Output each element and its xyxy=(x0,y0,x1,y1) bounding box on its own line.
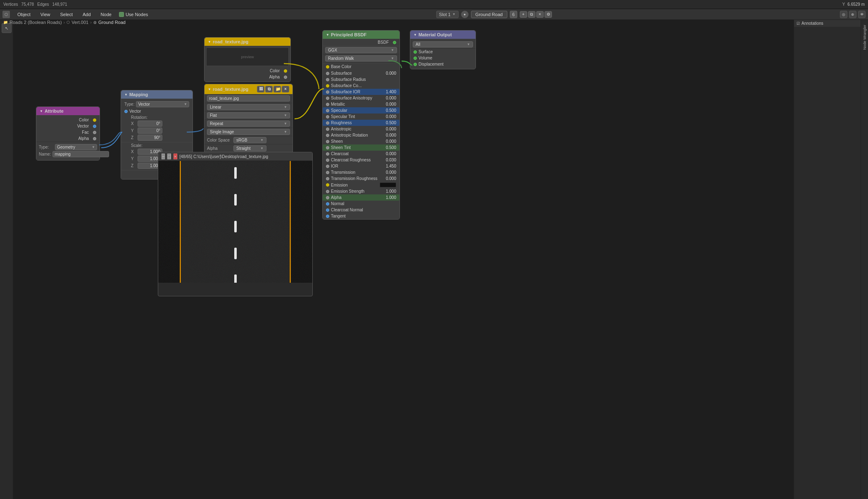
matout-header[interactable]: ▼ Material Output xyxy=(410,31,476,39)
road-stripe-4 xyxy=(234,248,237,259)
mapping-scalex-label: X xyxy=(131,149,136,154)
tex-alpha-row: Alpha Straight ▼ xyxy=(205,144,293,153)
bsdf-ss-method-dropdown[interactable]: Random Walk ▼ xyxy=(325,55,397,61)
bsdf-metallic-socket xyxy=(326,103,329,106)
mapping-rotx-input[interactable] xyxy=(138,121,162,127)
mapping-rotx-label: X xyxy=(131,121,136,126)
mapping-rot-y: Y xyxy=(121,127,193,134)
material-name-field[interactable]: Ground Road xyxy=(471,11,507,18)
bsdf-anisorot-label: Anisotropic Rotation xyxy=(331,133,384,137)
attr-fac-label: Fac xyxy=(82,130,89,135)
tex-close-btn[interactable]: × xyxy=(282,86,289,92)
window-maximize-btn[interactable]: □ xyxy=(167,154,171,159)
attr-name-input[interactable] xyxy=(52,151,109,157)
bsdf-emission-row: Emission xyxy=(323,182,400,188)
menu-object[interactable]: Object xyxy=(15,11,33,18)
tex-projection-row: Flat ▼ xyxy=(205,111,293,120)
menu-node[interactable]: Node xyxy=(98,11,114,18)
window-minimize-btn[interactable]: − xyxy=(162,154,165,159)
menu-view[interactable]: View xyxy=(38,11,53,18)
bsdf-header[interactable]: ▼ Principled BSDF xyxy=(323,31,400,39)
mat-copy-btn[interactable]: ⧉ xyxy=(528,11,535,18)
tex-name-input[interactable] xyxy=(207,95,290,102)
bsdf-ccrough-socket xyxy=(326,158,329,162)
texture-mini-body: preview Color Alpha xyxy=(205,46,290,82)
tex-folder-btn[interactable]: 📁 xyxy=(273,86,281,92)
tex-name-row xyxy=(205,94,293,103)
breadcrumb-vert[interactable]: Vert.001 xyxy=(71,20,88,25)
tex-source-dropdown[interactable]: Single Image ▼ xyxy=(207,129,290,135)
bsdf-distrib-row: GGX ▼ xyxy=(323,46,400,54)
attr-type-dropdown[interactable]: Geometry ▼ xyxy=(55,144,97,150)
attr-alpha-label: Alpha xyxy=(78,136,89,141)
right-header-icons: ◎ ⊕ 👁 xyxy=(840,11,866,18)
bsdf-roughness-socket xyxy=(326,121,329,125)
texture-mini-header[interactable]: ▼ road_texture.jpg xyxy=(205,38,290,46)
bsdf-emission-label: Emission xyxy=(331,183,378,187)
tex-mini-color-label: Color xyxy=(270,69,280,73)
tab-node-wrangler[interactable]: Node Wrangler xyxy=(862,23,868,51)
bsdf-anisorot-value: 0.000 xyxy=(386,133,396,137)
tex-img-btn[interactable]: 🖼 xyxy=(257,86,264,92)
bsdf-node: ▼ Principled BSDF BSDF GGX ▼ Random Walk… xyxy=(322,30,400,220)
mapping-node-header[interactable]: ▼ Mapping xyxy=(121,90,193,99)
bsdf-anisorot-socket xyxy=(326,134,329,137)
mapping-rotz-input[interactable] xyxy=(138,135,162,141)
bsdf-transrough-value: 0.000 xyxy=(386,176,396,181)
bsdf-basecolor-socket xyxy=(326,65,329,69)
gizmo-icon[interactable]: ⊕ xyxy=(849,11,856,18)
attribute-node-header[interactable]: ▼ Attribute xyxy=(36,107,100,115)
tex-interpolation-dropdown[interactable]: Linear ▼ xyxy=(207,104,290,110)
slot-dropdown[interactable]: Slot 1 ▼ xyxy=(436,11,459,18)
slot-label: Slot 1 xyxy=(439,12,451,17)
breadcrumb-roads[interactable]: Roads 2 (Boolean Roads) xyxy=(10,20,62,25)
matout-title: Material Output xyxy=(419,32,452,37)
bsdf-subsurface-method-row: Random Walk ▼ xyxy=(323,54,400,63)
annotations-label: Annotations xyxy=(801,21,823,26)
use-nodes-label: Use Nodes xyxy=(126,12,148,17)
bsdf-sheentint-row: Sheen Tint 0.500 xyxy=(323,144,400,151)
road-texture-preview xyxy=(158,161,312,283)
menu-add[interactable]: Add xyxy=(80,11,93,18)
bsdf-ccrough-label: Clearcoat Roughness xyxy=(331,158,384,162)
tex-colorspace-dropdown[interactable]: sRGB ▼ xyxy=(233,137,266,143)
window-close-btn[interactable]: × xyxy=(174,154,177,159)
overlay-icon[interactable]: ◎ xyxy=(840,11,847,18)
mapping-vector-socket-in xyxy=(124,110,128,113)
view-icon[interactable]: 👁 xyxy=(858,11,866,18)
left-sidebar: ↖ xyxy=(0,20,13,499)
mapping-type-value: Vector xyxy=(138,102,150,106)
bsdf-clearcoat-value: 0.000 xyxy=(386,151,396,156)
object-type-icon[interactable]: ⬡ xyxy=(2,11,10,18)
bsdf-tangent-socket xyxy=(326,215,329,218)
bsdf-ccnormal-socket xyxy=(326,208,329,212)
bsdf-emission-color-swatch[interactable] xyxy=(380,182,396,187)
use-nodes-toggle[interactable]: Use Nodes xyxy=(119,12,148,17)
use-nodes-checkbox[interactable] xyxy=(119,12,124,17)
bsdf-ss-method-value: Random Walk xyxy=(328,56,354,61)
mapping-type-dropdown[interactable]: Vector ▼ xyxy=(136,101,189,107)
mapping-roty-input[interactable] xyxy=(138,128,162,134)
mapping-scaley-label: Y xyxy=(131,156,136,161)
bsdf-alpha-row: Alpha 1.000 xyxy=(323,194,400,201)
tex-projection-dropdown[interactable]: Flat ▼ xyxy=(207,112,290,118)
breadcrumb-material[interactable]: Ground Road xyxy=(98,20,126,25)
attr-name-field: Name: xyxy=(39,151,97,158)
mat-delete-btn[interactable]: × xyxy=(536,11,544,18)
mat-add-btn[interactable]: + xyxy=(520,11,527,18)
sphere-icon[interactable]: ● xyxy=(461,11,468,18)
tex-copy-btn[interactable]: ⧉ xyxy=(265,86,273,92)
tex-alpha-dropdown[interactable]: Straight ▼ xyxy=(233,145,266,151)
bsdf-distrib-dropdown[interactable]: GGX ▼ xyxy=(325,47,397,53)
bsdf-chevron: ▼ xyxy=(326,33,329,37)
tex-extension-dropdown[interactable]: Repeat ▼ xyxy=(207,121,290,127)
bsdf-specular-socket xyxy=(326,109,329,112)
matout-target-dropdown[interactable]: All ▼ xyxy=(413,41,473,47)
menu-select[interactable]: Select xyxy=(57,11,75,18)
texture-main-header[interactable]: ▼ road_texture.jpg 🖼 ⧉ 📁 × xyxy=(205,84,293,94)
bsdf-ssaniso-socket xyxy=(326,97,329,100)
bsdf-spectint-label: Specular Tint xyxy=(331,114,384,119)
attribute-node: ▼ Attribute Color Vector Fac Alpha xyxy=(36,106,100,161)
mat-settings-btn[interactable]: ⚙ xyxy=(545,11,552,18)
matout-body: All ▼ Surface Volume Displacement xyxy=(410,39,476,69)
